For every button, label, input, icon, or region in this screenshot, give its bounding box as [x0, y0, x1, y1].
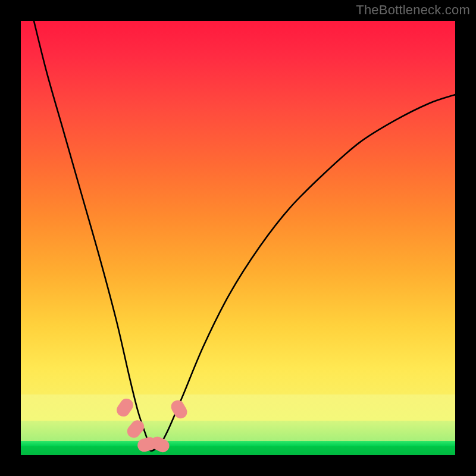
bottleneck-curve [21, 21, 455, 455]
watermark-text: TheBottleneck.com [356, 2, 470, 18]
plot-area [21, 21, 455, 455]
chart-frame: TheBottleneck.com [0, 0, 476, 476]
